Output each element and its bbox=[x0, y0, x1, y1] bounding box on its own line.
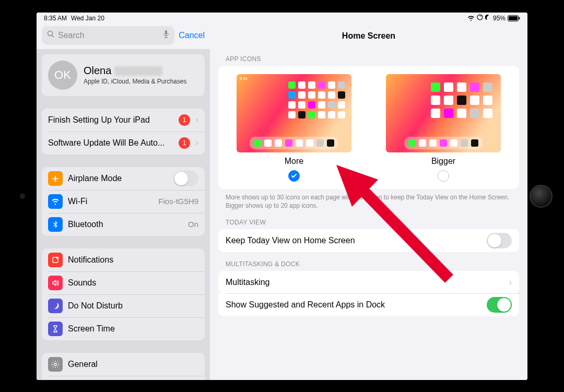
screentime-label: Screen Time bbox=[68, 324, 198, 334]
general-row[interactable]: General bbox=[42, 353, 205, 376]
today-view-label: Keep Today View on Home Screen bbox=[226, 236, 487, 245]
svg-point-8 bbox=[56, 256, 59, 259]
svg-rect-6 bbox=[165, 30, 167, 34]
wifi-settings-icon bbox=[48, 194, 63, 209]
dnd-row[interactable]: Do Not Disturb bbox=[42, 294, 205, 317]
badge-icon: 1 bbox=[179, 137, 190, 149]
suggested-apps-toggle[interactable] bbox=[487, 297, 512, 313]
icon-layout-bigger[interactable]: Bigger bbox=[374, 74, 513, 182]
finish-setup-label: Finish Setting Up Your iPad bbox=[48, 115, 173, 125]
search-icon bbox=[47, 30, 55, 40]
chevron-right-icon: › bbox=[509, 277, 512, 288]
svg-line-5 bbox=[52, 35, 54, 38]
sounds-icon bbox=[48, 276, 63, 290]
notifications-row[interactable]: Notifications bbox=[42, 248, 205, 271]
suggested-apps-label: Show Suggested and Recent Apps in Dock bbox=[226, 300, 487, 310]
app-icons-panel: 9:41 More bbox=[218, 66, 519, 189]
suggested-apps-row[interactable]: Show Suggested and Recent Apps in Dock bbox=[218, 293, 519, 316]
multitasking-header: MULTITASKING & DOCK bbox=[226, 260, 519, 268]
bluetooth-row[interactable]: Bluetooth On bbox=[42, 213, 205, 236]
wifi-icon bbox=[467, 15, 475, 21]
status-time: 8:35 AM bbox=[44, 15, 67, 22]
battery-percent: 95% bbox=[493, 15, 506, 22]
screen: 8:35 AM Wed Jan 20 95% bbox=[37, 13, 527, 380]
icon-layout-more[interactable]: 9:41 More bbox=[225, 74, 363, 182]
multitasking-row[interactable]: Multitasking › bbox=[218, 271, 519, 294]
search-placeholder: Search bbox=[58, 31, 85, 40]
svg-point-9 bbox=[54, 363, 56, 365]
more-radio[interactable] bbox=[288, 170, 300, 182]
wifi-label: Wi-Fi bbox=[68, 197, 153, 206]
multitasking-label: Multitasking bbox=[226, 278, 509, 287]
profile-subtitle: Apple ID, iCloud, Media & Purchases bbox=[84, 78, 186, 85]
bigger-label: Bigger bbox=[431, 157, 455, 166]
sounds-label: Sounds bbox=[68, 278, 198, 288]
airplane-mode-row[interactable]: Airplane Mode bbox=[42, 167, 205, 190]
sounds-row[interactable]: Sounds bbox=[42, 271, 205, 294]
preview-more: 9:41 bbox=[237, 74, 351, 152]
bigger-radio[interactable] bbox=[438, 170, 449, 182]
chevron-right-icon: › bbox=[195, 137, 198, 148]
preview-bigger bbox=[386, 74, 501, 152]
finish-setup-row[interactable]: Finish Setting Up Your iPad 1 › bbox=[42, 109, 205, 132]
svg-rect-2 bbox=[509, 16, 518, 20]
moon-icon bbox=[48, 299, 63, 313]
detail-pane: Home Screen APP ICONS 9:41 bbox=[210, 24, 527, 380]
svg-point-4 bbox=[48, 31, 53, 36]
hourglass-icon bbox=[48, 322, 63, 336]
search-cancel[interactable]: Cancel bbox=[179, 31, 205, 40]
today-view-toggle[interactable] bbox=[487, 233, 512, 248]
wifi-row[interactable]: Wi-Fi Fios-tG5H9 bbox=[42, 190, 205, 213]
avatar: OK bbox=[48, 61, 77, 90]
more-label: More bbox=[285, 157, 303, 166]
today-view-row[interactable]: Keep Today View on Home Screen bbox=[218, 229, 519, 252]
airplane-toggle[interactable] bbox=[173, 171, 198, 186]
software-update-row[interactable]: Software Update Will Be Auto... 1 › bbox=[42, 132, 205, 155]
page-title: Home Screen bbox=[210, 24, 527, 47]
dictate-icon[interactable] bbox=[163, 30, 169, 41]
partial-row bbox=[42, 376, 205, 380]
svg-rect-3 bbox=[519, 17, 520, 19]
profile-card[interactable]: OK Olena Apple ID, iCloud, Media & Purch… bbox=[42, 54, 205, 96]
status-date: Wed Jan 20 bbox=[71, 15, 104, 22]
app-icons-note: More shows up to 30 icons on each page w… bbox=[226, 193, 512, 211]
notifications-label: Notifications bbox=[68, 255, 198, 265]
profile-surname-redacted bbox=[114, 66, 162, 76]
wifi-value: Fios-tG5H9 bbox=[158, 197, 198, 206]
orientation-lock-icon bbox=[477, 14, 483, 22]
settings-sidebar: Search Cancel OK Olena Apple ID, i bbox=[37, 24, 210, 380]
profile-name: Olena bbox=[84, 65, 111, 77]
search-input[interactable]: Search bbox=[42, 26, 174, 45]
software-update-label: Software Update Will Be Auto... bbox=[48, 138, 173, 148]
gear-icon bbox=[48, 357, 63, 372]
front-camera bbox=[20, 194, 25, 199]
bluetooth-icon bbox=[48, 217, 63, 232]
home-button[interactable] bbox=[530, 185, 553, 208]
airplane-icon bbox=[48, 171, 63, 186]
airplane-label: Airplane Mode bbox=[68, 174, 168, 183]
ipad-frame: 8:35 AM Wed Jan 20 95% bbox=[0, 0, 564, 392]
status-bar: 8:35 AM Wed Jan 20 95% bbox=[37, 13, 527, 24]
bluetooth-label: Bluetooth bbox=[68, 220, 183, 229]
screentime-row[interactable]: Screen Time bbox=[42, 317, 205, 340]
app-icons-header: APP ICONS bbox=[226, 55, 519, 63]
bluetooth-value: On bbox=[188, 220, 198, 229]
badge-icon: 1 bbox=[179, 114, 190, 126]
general-label: General bbox=[68, 360, 198, 369]
today-view-header: TODAY VIEW bbox=[226, 219, 519, 226]
dnd-status-icon bbox=[485, 15, 491, 22]
notifications-icon bbox=[48, 253, 63, 267]
dnd-label: Do Not Disturb bbox=[68, 301, 198, 311]
chevron-right-icon: › bbox=[195, 114, 198, 125]
battery-icon bbox=[508, 15, 520, 21]
